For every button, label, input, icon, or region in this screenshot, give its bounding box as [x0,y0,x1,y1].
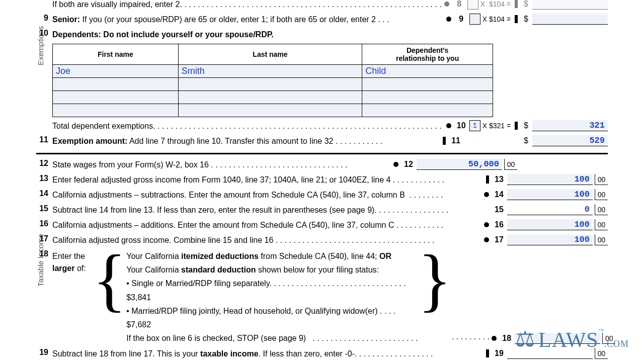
line11-number: 11 [36,135,52,144]
table-row: Joe Smith Child [53,65,493,78]
line17-amount[interactable]: 100 [507,234,593,245]
line9-label: Senior: [52,15,80,24]
brace-right-icon: } [418,249,451,345]
divider [36,153,608,154]
line16-amount[interactable]: 100 [507,219,593,230]
line9-box[interactable] [469,14,480,25]
scale-icon: ⚖ [515,326,535,352]
line10-label: Dependents: Do not include yourself or y… [52,30,274,39]
line11-text: Add line 7 through line 10. Transfer thi… [127,137,333,145]
line8-amount[interactable] [532,0,608,10]
line10-number: 10 [36,29,52,38]
line14-amount[interactable]: 100 [507,189,593,200]
table-row [53,104,493,117]
table-row [53,91,493,104]
dep-header-lastname: Last name [178,44,362,65]
line9-amount[interactable] [532,14,608,25]
line14-number: 14 [36,189,52,198]
line10-amount[interactable]: 321 [532,120,608,131]
line12-amount[interactable]: 50,000 [417,159,502,170]
line17-text: California adjusted gross income. Combin… [52,236,273,244]
line16-text: California adjustments – additions. Ente… [52,221,394,229]
dep1-lastname[interactable]: Smith [178,65,362,78]
line16-number: 16 [36,219,52,228]
line8-box[interactable] [467,0,478,10]
line14-text: California adjustments – subtractions. E… [52,191,405,199]
watermark-logo: ⚖ LAWS™.COM [515,326,629,352]
dep1-firstname[interactable]: Joe [53,65,179,78]
line13-text: Enter federal adjusted gross income from… [52,175,390,184]
line18-single-amount: • Single or Married/RDP filing separatel… [126,277,418,304]
line10-total-text: Total dependent exemptions [52,122,153,130]
line10-count-box[interactable]: 1 [469,120,480,131]
line13-amount[interactable]: 100 [507,174,593,185]
line11-amount[interactable]: 529 [532,135,608,146]
line11-label: Exemption amount: [52,137,127,145]
line18-number: 18 [36,249,52,345]
line15-number: 15 [36,204,52,213]
dep-header-relationship: Dependent's relationship to you [362,44,493,65]
line19-number: 19 [36,348,52,357]
line12-text: State wages from your Form(s) W-2, box 1… [52,160,209,169]
line12-number: 12 [36,159,52,168]
line9-number: 9 [36,14,52,23]
line15-amount[interactable]: 0 [507,204,593,215]
line18-married-amount: • Married/RDP filing jointly, Head of ho… [126,304,418,331]
line8-text: If both are visually impaired, enter 2 [52,0,180,9]
dep-header-firstname: First name [53,44,179,65]
line15-text: Subtract line 14 from line 13. If less t… [52,206,374,214]
line13-number: 13 [36,174,52,183]
dependents-table: First name Last name Dependent's relatio… [52,44,493,117]
dep1-relationship[interactable]: Child [362,65,493,78]
line17-number: 17 [36,234,52,243]
brace-left-icon: { [93,249,126,345]
table-row [53,78,493,91]
line9-text: If you (or your spouse/RDP) are 65 or ol… [80,15,376,24]
